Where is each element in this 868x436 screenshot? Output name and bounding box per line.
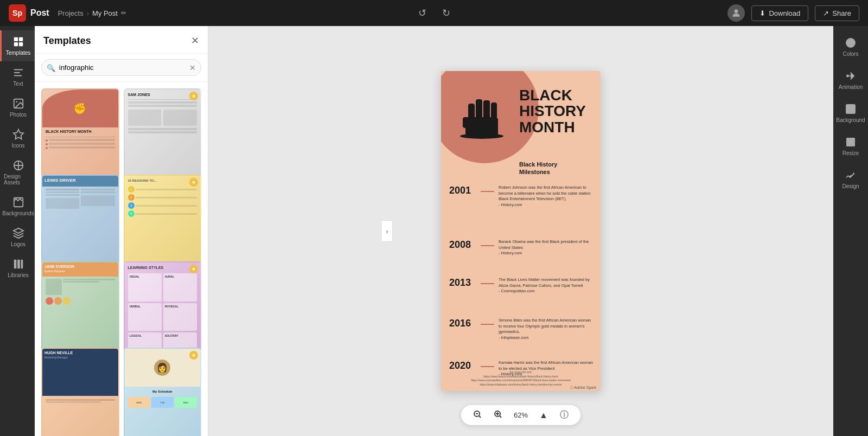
right-panel-design[interactable]: Design — [833, 163, 868, 196]
breadcrumb: Projects › My Post ✏ — [58, 9, 126, 17]
sidebar-item-logos[interactable]: Logos — [0, 222, 35, 253]
collapse-panel-button[interactable]: › — [382, 220, 393, 242]
timeline-entry-2016: 2016 Simone Biles was the first African … — [449, 318, 595, 341]
share-icon: ↗ — [823, 9, 829, 17]
zoom-value: 62% — [511, 411, 531, 419]
sidebar-item-icons-label: Icons — [12, 143, 25, 149]
share-button[interactable]: ↗ Share — [815, 5, 859, 21]
template-thumb[interactable]: 👩 My Schedule MON TUE WED ★ — [124, 348, 202, 436]
right-panel-animation[interactable]: Animation — [833, 63, 868, 97]
svg-rect-30 — [847, 138, 855, 146]
sidebar-item-photos-label: Photos — [10, 112, 27, 118]
svg-point-0 — [735, 9, 738, 13]
sidebar-item-design-assets[interactable]: Design Assets — [0, 154, 35, 191]
sidebar-item-libraries-label: Libraries — [8, 272, 28, 278]
canvas-area: BLACKHISTORYMONTH Black HistoryMilestone… — [208, 26, 833, 436]
premium-badge: ★ — [189, 265, 198, 273]
zoom-bar: 62% ▲ ⓘ — [461, 405, 580, 425]
right-panel-background-label: Background — [836, 117, 865, 123]
sidebar-item-text-label: Text — [13, 81, 23, 87]
svg-rect-10 — [14, 260, 16, 269]
breadcrumb-arrow: › — [87, 9, 89, 17]
templates-grid: ✊ BLACK HISTORY MONTH SAM JONES — [35, 82, 208, 436]
search-clear-button[interactable]: ✕ — [189, 63, 196, 72]
undo-button[interactable]: ↺ — [413, 4, 431, 22]
topbar-left: Sp Post Projects › My Post ✏ — [9, 4, 126, 22]
svg-rect-18 — [463, 117, 470, 128]
adobe-spark-badge: ⬡ Adobe Spark — [570, 386, 596, 390]
svg-rect-16 — [483, 100, 490, 121]
doc-title: BLACKHISTORYMONTH — [519, 87, 595, 135]
zoom-info-button[interactable]: ⓘ — [557, 408, 572, 422]
search-input[interactable] — [41, 59, 201, 76]
sidebar-item-logos-label: Logos — [11, 241, 25, 247]
edit-icon[interactable]: ✏ — [121, 9, 126, 17]
download-icon: ⬇ — [760, 9, 765, 17]
sidebar-item-backgrounds[interactable]: Backgrounds — [0, 191, 35, 222]
right-panel-colors[interactable]: Colors — [833, 30, 868, 63]
fist-icon — [446, 82, 517, 152]
close-panel-button[interactable]: ✕ — [191, 35, 199, 47]
svg-rect-4 — [18, 42, 22, 46]
svg-rect-3 — [14, 42, 17, 46]
search-icon: 🔍 — [47, 63, 55, 72]
zoom-in-button[interactable] — [490, 409, 506, 422]
right-panel: Colors Animation Background Resize — [833, 26, 868, 436]
svg-line-26 — [500, 416, 501, 418]
right-panel-design-label: Design — [842, 183, 859, 189]
timeline-entry-2013: 2013 The Black Lives Matter movement was… — [449, 277, 595, 294]
breadcrumb-current: My Post — [92, 9, 118, 17]
svg-point-19 — [460, 133, 503, 139]
topbar-right: ⬇ Download ↗ Share — [727, 4, 859, 22]
timeline-entry-2008: 2008 Barack Obama was the first Black pr… — [449, 239, 595, 257]
svg-point-6 — [16, 101, 17, 102]
right-panel-animation-label: Animation — [839, 84, 863, 90]
templates-panel: Templates ✕ 🔍 ✕ ✊ BLACK HISTORY MONTH — [35, 26, 208, 436]
doc-subtitle: Black HistoryMilestones — [519, 161, 595, 176]
right-panel-colors-label: Colors — [843, 51, 859, 57]
sidebar-item-design-assets-label: Design Assets — [4, 174, 33, 185]
canvas-document[interactable]: BLACKHISTORYMONTH Black HistoryMilestone… — [441, 71, 601, 391]
share-label: Share — [832, 9, 851, 17]
sidebar-item-templates-label: Templates — [6, 50, 31, 56]
timeline-entry-2001: 2001 Robert Johnson was the first Africa… — [449, 185, 595, 208]
redo-button[interactable]: ↻ — [437, 4, 455, 22]
sidebar-item-text[interactable]: Text — [0, 61, 35, 92]
right-panel-resize[interactable]: Resize — [833, 130, 868, 163]
right-panel-background[interactable]: Background — [833, 97, 868, 130]
avatar[interactable] — [727, 4, 745, 22]
zoom-out-button[interactable] — [470, 409, 485, 422]
panel-title: Templates — [43, 35, 91, 47]
sidebar-item-backgrounds-label: Backgrounds — [2, 210, 34, 216]
svg-rect-2 — [18, 37, 22, 41]
svg-rect-29 — [846, 105, 856, 114]
sp-logo: Sp — [9, 4, 26, 22]
breadcrumb-projects-link[interactable]: Projects — [58, 9, 84, 17]
svg-rect-12 — [21, 260, 23, 269]
sidebar-item-templates[interactable]: Templates — [0, 30, 35, 61]
search-bar: 🔍 ✕ — [35, 54, 208, 82]
sidebar-item-photos[interactable]: Photos — [0, 92, 35, 123]
svg-rect-15 — [476, 99, 482, 121]
download-label: Download — [769, 9, 800, 17]
app-name: Post — [30, 8, 49, 18]
sidebar-item-icons[interactable]: Icons — [0, 123, 35, 154]
doc-footer: For more info visit: https://www.history… — [441, 370, 601, 387]
premium-badge: ★ — [189, 92, 198, 100]
main-layout: Templates Text Photos Icons Design Asset… — [0, 26, 868, 436]
zoom-increase-button[interactable]: ▲ — [536, 409, 551, 421]
template-thumb[interactable]: HUGH NEVILLEMarketing Manager — [41, 348, 119, 436]
left-icon-bar: Templates Text Photos Icons Design Asset… — [0, 26, 35, 436]
svg-rect-11 — [17, 260, 20, 269]
svg-rect-17 — [491, 102, 497, 121]
sidebar-item-libraries[interactable]: Libraries — [0, 253, 35, 284]
panel-header: Templates ✕ — [35, 26, 208, 54]
download-button[interactable]: ⬇ Download — [751, 5, 808, 21]
right-panel-resize-label: Resize — [843, 150, 859, 156]
premium-badge: ★ — [189, 351, 198, 360]
svg-point-28 — [847, 75, 849, 77]
svg-line-22 — [479, 416, 481, 418]
topbar-center: ↺ ↻ — [413, 4, 455, 22]
svg-marker-7 — [13, 130, 23, 139]
topbar: Sp Post Projects › My Post ✏ ↺ ↻ ⬇ Downl… — [0, 0, 868, 26]
